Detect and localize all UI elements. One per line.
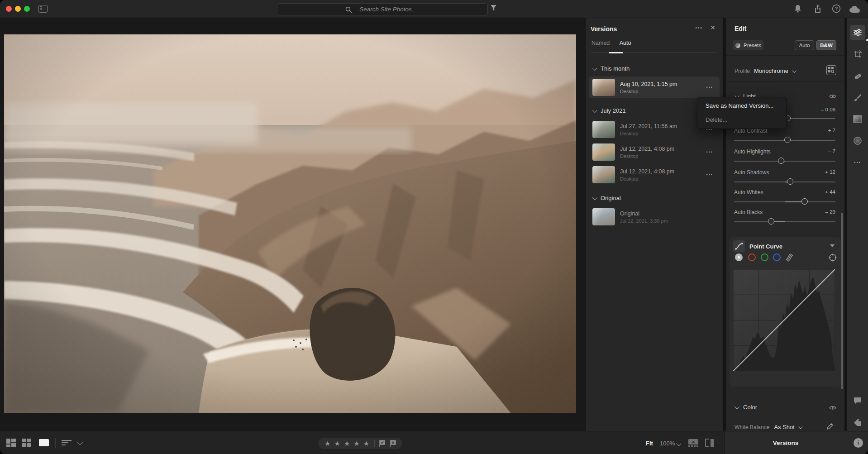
keywords-tag-icon[interactable]	[850, 415, 865, 430]
help-icon[interactable]: ?	[832, 4, 841, 13]
presets-icon	[735, 43, 741, 48]
tab-auto[interactable]: Auto	[620, 40, 631, 46]
targeted-adjustment-icon[interactable]	[829, 253, 837, 262]
slider-track[interactable]	[734, 221, 835, 222]
browse-profiles-icon[interactable]	[826, 65, 836, 75]
group-original[interactable]: Original	[586, 190, 723, 205]
comments-icon[interactable]	[850, 393, 865, 408]
minimize-window-button[interactable]	[15, 6, 21, 12]
version-row-jul12a[interactable]: Jul 12, 2021, 4:08 pmDesktop •••	[589, 141, 720, 163]
pick-flag-icon[interactable]	[379, 440, 386, 447]
filter-icon[interactable]	[490, 5, 497, 12]
point-curve-panel: Point Curve	[730, 237, 841, 387]
edited-indicator-dot	[866, 39, 868, 41]
main-photo[interactable]	[4, 34, 576, 413]
menu-item-delete[interactable]: Delete...	[697, 114, 787, 126]
menu-divider	[697, 113, 787, 113]
color-section-header[interactable]: Color	[734, 404, 757, 411]
versions-panel-close-icon[interactable]: ✕	[709, 24, 716, 31]
version-row-menu-icon[interactable]: •••	[706, 85, 713, 90]
reject-flag-icon[interactable]	[390, 440, 396, 447]
profile-row[interactable]: ProfileMonochrome	[734, 67, 795, 74]
versions-panel-menu-icon[interactable]: •••	[695, 25, 703, 30]
star-rating-2[interactable]: ★	[334, 440, 340, 448]
divider	[726, 81, 844, 82]
notifications-bell-icon[interactable]	[794, 4, 802, 13]
brush-tool-button[interactable]	[850, 90, 865, 105]
slider-thumb[interactable]	[768, 218, 774, 225]
slider-thumb[interactable]	[784, 137, 791, 143]
mosaic-view-icon[interactable]	[6, 439, 16, 447]
slider-thumb[interactable]	[778, 158, 784, 164]
search-bar[interactable]	[277, 3, 488, 15]
light-visibility-eye-icon[interactable]	[829, 93, 836, 100]
svg-text:?: ?	[835, 6, 838, 11]
edit-panel-scrollbar[interactable]	[841, 213, 843, 389]
sidebar-toggle-icon[interactable]	[38, 5, 48, 13]
zoom-fit-button[interactable]: Fit	[646, 440, 653, 447]
chevron-down-icon	[592, 65, 597, 70]
chevron-down-icon	[592, 195, 597, 200]
more-tools-icon[interactable]: •••	[850, 155, 865, 170]
auto-button[interactable]: Auto	[795, 40, 814, 50]
curve-channel-red[interactable]	[748, 253, 756, 261]
split-view-icon[interactable]	[705, 439, 715, 447]
version-row-original[interactable]: OriginalJul 12, 2021, 3:36 pm	[589, 206, 720, 228]
info-icon[interactable]: i	[854, 438, 863, 448]
grid-view-icon[interactable]	[22, 439, 31, 447]
zoom-level[interactable]: 100%	[660, 440, 675, 447]
white-balance-row[interactable]: White BalanceAs Shot	[734, 424, 801, 430]
cloud-sync-icon[interactable]	[849, 5, 862, 13]
star-rating-3[interactable]: ★	[344, 440, 350, 448]
crop-tool-button[interactable]	[850, 47, 865, 62]
filmstrip-toggle-icon[interactable]	[688, 439, 699, 447]
menu-item-save-as-named-version[interactable]: Save as Named Version...	[697, 100, 787, 112]
tab-named[interactable]: Named	[591, 40, 610, 46]
point-curve-title: Point Curve	[749, 243, 782, 250]
search-input[interactable]	[277, 4, 487, 15]
chevron-down-icon[interactable]	[77, 440, 83, 445]
presets-button[interactable]: Presets	[733, 40, 763, 50]
sort-icon[interactable]	[62, 440, 72, 446]
version-thumbnail	[592, 166, 615, 183]
version-row-menu-icon[interactable]: •••	[706, 172, 713, 177]
chevron-down-icon[interactable]	[676, 441, 681, 446]
slider-thumb[interactable]	[801, 198, 808, 205]
edit-tool-button[interactable]	[850, 25, 865, 40]
parametric-curve-icon[interactable]	[786, 253, 795, 262]
versions-bottom-label[interactable]: Versions	[725, 440, 847, 446]
bw-button[interactable]: B&W	[816, 40, 836, 50]
healing-tool-button[interactable]	[850, 69, 865, 84]
star-rating-5[interactable]: ★	[363, 440, 369, 448]
curve-channel-luma[interactable]	[735, 253, 743, 261]
version-row-jul12b[interactable]: Jul 12, 2021, 4:08 pmDesktop •••	[589, 164, 720, 186]
tone-curve-grid[interactable]	[733, 269, 835, 371]
version-row-menu-icon[interactable]: •••	[706, 150, 713, 154]
close-window-button[interactable]	[6, 6, 12, 12]
slider-thumb[interactable]	[787, 178, 793, 185]
chevron-down-icon[interactable]	[830, 244, 835, 247]
app-window: ?	[0, 0, 868, 454]
maximize-window-button[interactable]	[24, 6, 30, 12]
white-balance-eyedropper-icon[interactable]	[826, 422, 835, 430]
divider	[726, 55, 844, 56]
version-row-aug10[interactable]: Aug 10, 2021, 1:15 pmDesktop •••	[589, 76, 720, 98]
slider-auto-highlights: Auto Highlights– 7	[734, 148, 835, 167]
star-rating-1[interactable]: ★	[324, 440, 330, 448]
slider-track[interactable]	[734, 140, 835, 141]
slider-auto-shadows: Auto Shadows+ 12	[734, 169, 835, 187]
curve-channel-blue[interactable]	[773, 253, 781, 261]
slider-track[interactable]	[734, 201, 835, 202]
group-this-month[interactable]: This month	[586, 61, 723, 76]
slider-track[interactable]	[734, 182, 835, 182]
linear-gradient-tool-button[interactable]	[850, 111, 865, 127]
curve-channel-green[interactable]	[761, 253, 768, 261]
detail-view-icon[interactable]	[39, 439, 49, 446]
slider-auto-contrast: Auto Contrast+ 7	[734, 128, 835, 146]
radial-gradient-tool-button[interactable]	[850, 133, 865, 148]
share-icon[interactable]	[814, 4, 822, 14]
tone-curve-icon[interactable]	[733, 240, 745, 252]
color-visibility-eye-icon[interactable]	[829, 404, 836, 411]
slider-track[interactable]	[734, 161, 835, 162]
star-rating-4[interactable]: ★	[353, 440, 359, 448]
